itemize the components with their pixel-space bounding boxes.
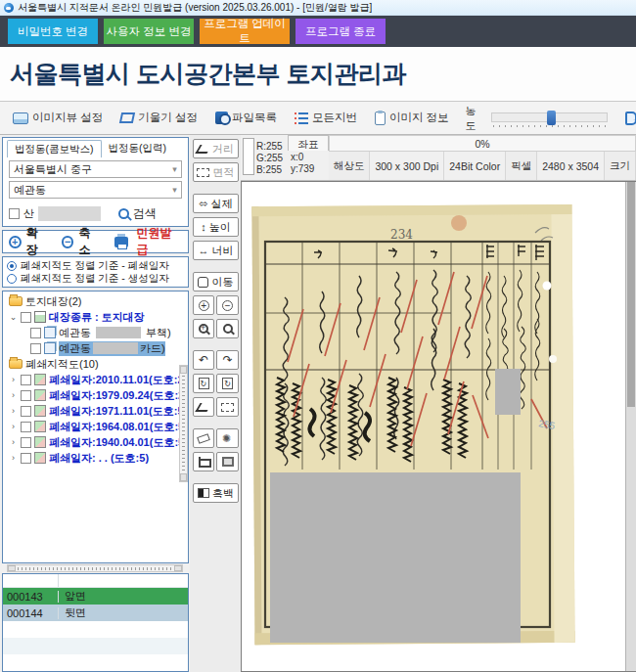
- radio-unselected-icon[interactable]: [7, 274, 17, 284]
- pan-button[interactable]: 이동: [193, 272, 239, 291]
- parcel-number-input[interactable]: [38, 206, 101, 221]
- san-checkbox[interactable]: [9, 208, 20, 219]
- content-area: 법정동(콤보박스) 법정동(입력) 서울특별시 중구 ▾ 예관동 ▾ 산 검색 …: [0, 135, 636, 672]
- expand-arrow-icon[interactable]: ›: [9, 390, 18, 400]
- splitter-arrow-up[interactable]: [180, 366, 187, 374]
- radio-selected-icon[interactable]: [7, 261, 17, 271]
- page-row-front[interactable]: 000143 앞면: [3, 588, 188, 605]
- splitter-arrow-left[interactable]: [8, 565, 16, 571]
- program-exit-button[interactable]: 프로그램 종료: [295, 19, 386, 44]
- select-rect-button[interactable]: [216, 397, 239, 417]
- splitter-grip[interactable]: [182, 376, 185, 471]
- tree-folder-closed-cadastral[interactable]: 폐쇄지적도(10): [5, 356, 188, 372]
- tree-item-closed-1940[interactable]: › 폐쇄일자:1940.04.01(도호:5): [5, 434, 188, 450]
- region-copy-button[interactable]: [216, 452, 239, 471]
- expand-button[interactable]: 확장: [26, 225, 49, 258]
- image-info-button[interactable]: 이미지 정보: [366, 105, 458, 132]
- expand-arrow-icon[interactable]: ›: [9, 375, 18, 384]
- viewer-vertical-scrollbar[interactable]: [625, 182, 636, 671]
- tab-beopjeongdong-input[interactable]: 법정동(입력): [102, 140, 174, 157]
- imageview-settings-button[interactable]: 이미지뷰 설정: [4, 105, 112, 132]
- tree-item-closed-2010[interactable]: › 폐쇄일자:2010.11.01(도호:2): [5, 372, 188, 387]
- file-list-button[interactable]: 파일목록: [206, 105, 286, 132]
- zoom-in-step-button[interactable]: +: [193, 295, 215, 315]
- collapse-arrow-icon[interactable]: ⌄: [9, 312, 18, 322]
- splitter-arrow-right[interactable]: [174, 565, 182, 571]
- tree-item-yegwandong-book[interactable]: 예관동 부책): [5, 325, 188, 340]
- rotate-right-icon: [222, 378, 233, 389]
- density-slider[interactable]: [491, 111, 608, 126]
- density-slider-ticks: [493, 125, 606, 127]
- zoom-out-step-button[interactable]: −: [216, 295, 239, 315]
- magnifier-plus-icon: [199, 324, 208, 334]
- measure-area-button[interactable]: 면적: [193, 162, 239, 182]
- actual-size-button[interactable]: 실제: [193, 194, 239, 213]
- lasso-select-button[interactable]: ✺: [216, 428, 239, 448]
- redo-button[interactable]: ↷: [216, 350, 239, 370]
- tree-checkbox[interactable]: [21, 437, 31, 448]
- progress-bar: 0%: [329, 135, 636, 152]
- tree-checkbox[interactable]: [21, 422, 31, 432]
- scrollbar-thumb[interactable]: [627, 182, 635, 407]
- black-white-button[interactable]: 흑백: [193, 483, 239, 503]
- search-button[interactable]: 검색: [133, 205, 157, 222]
- crop-button[interactable]: [193, 452, 215, 471]
- tree-checkbox[interactable]: [30, 343, 41, 354]
- vertical-splitter[interactable]: [179, 365, 188, 482]
- all-parcels-button[interactable]: 모든지번: [286, 105, 366, 132]
- horizontal-splitter[interactable]: [2, 563, 189, 573]
- civil-issue-button[interactable]: 민원발급: [137, 225, 182, 258]
- city-district-select[interactable]: 서울특별시 중구 ▾: [9, 160, 182, 178]
- tree-item-closed-1979[interactable]: › 폐쇄일자:1979.09.24(도호:2): [5, 387, 188, 403]
- tree-node-ledger-type[interactable]: ⌄ 대장종류 : 토지대장: [5, 309, 188, 325]
- page-row-empty: [3, 638, 188, 654]
- program-update-button[interactable]: 프로그램 업데이트: [200, 19, 290, 44]
- tree-checkbox[interactable]: [21, 312, 31, 323]
- rotate-left-button[interactable]: [193, 374, 215, 393]
- page-row-empty: [3, 621, 188, 638]
- tree-item-closed-1971[interactable]: › 폐쇄일자:1971.11.01(도호:5): [5, 403, 188, 419]
- tree-checkbox[interactable]: [21, 375, 31, 385]
- tree-folder-label: 토지대장(2): [25, 294, 81, 309]
- tree-checkbox[interactable]: [21, 390, 31, 401]
- sort-option-closed-date[interactable]: 폐쇄지적도 정렬 기준 - 폐쇄일자: [7, 259, 184, 272]
- splitter-arrow-down[interactable]: [180, 473, 187, 481]
- horizontal-arrows-icon: [198, 245, 208, 256]
- undo-button[interactable]: ↶: [193, 350, 215, 370]
- tree-checkbox[interactable]: [21, 406, 31, 417]
- splitter-bar[interactable]: [7, 564, 183, 572]
- zoom-in-button[interactable]: [193, 319, 215, 338]
- splitter-grip[interactable]: [18, 567, 172, 570]
- tree-folder-land-ledger[interactable]: 토지대장(2): [5, 293, 188, 309]
- expand-arrow-icon[interactable]: ›: [9, 406, 18, 416]
- rotate-right-button[interactable]: [216, 374, 239, 393]
- tree-checkbox[interactable]: [30, 328, 41, 338]
- change-user-info-button[interactable]: 사용자 정보 변경: [104, 19, 194, 44]
- page-row-back[interactable]: 000144 뒷면: [3, 605, 188, 621]
- density-slider-thumb[interactable]: [547, 111, 556, 125]
- tree-checkbox[interactable]: [21, 453, 31, 464]
- eraser-button[interactable]: [193, 428, 215, 448]
- tree-item-closed-undated[interactable]: › 폐쇄일자: . . (도호:5): [5, 450, 188, 466]
- fit-height-button[interactable]: 높이: [193, 217, 239, 237]
- fit-width-button[interactable]: 너비: [193, 241, 239, 260]
- tilt-settings-button[interactable]: 기울기 설정: [112, 105, 206, 132]
- dong-select[interactable]: 예관동 ▾: [9, 181, 182, 199]
- tree-item-yegwandong-card[interactable]: 예관동 카드): [5, 340, 188, 356]
- sort-option-created-date[interactable]: 폐쇄지적도 정렬 기준 - 생성일자: [7, 272, 184, 285]
- expand-arrow-icon[interactable]: ›: [9, 437, 18, 447]
- measure-distance-button[interactable]: 거리: [193, 139, 239, 158]
- viewer-canvas[interactable]: 234: [242, 182, 625, 671]
- expand-arrow-icon[interactable]: ›: [9, 453, 18, 463]
- close-button[interactable]: 닫기: [615, 102, 636, 135]
- folder-icon: [9, 296, 23, 306]
- measure-tool-button[interactable]: [193, 397, 215, 417]
- tree-item-closed-1964[interactable]: › 폐쇄일자:1964.08.01(도호:5): [5, 419, 188, 434]
- collapse-button[interactable]: 축소: [78, 225, 101, 258]
- image-info-panel: 0% 해상도 300 x 300 Dpi 24Bit Color 픽셀 2480…: [329, 135, 636, 180]
- sort-option-label: 폐쇄지적도 정렬 기준 - 폐쇄일자: [21, 259, 169, 273]
- change-password-button[interactable]: 비밀번호 변경: [8, 19, 98, 44]
- expand-arrow-icon[interactable]: ›: [9, 422, 18, 431]
- zoom-out-button[interactable]: [216, 319, 239, 338]
- tab-beopjeongdong-combobox[interactable]: 법정동(콤보박스): [7, 140, 102, 157]
